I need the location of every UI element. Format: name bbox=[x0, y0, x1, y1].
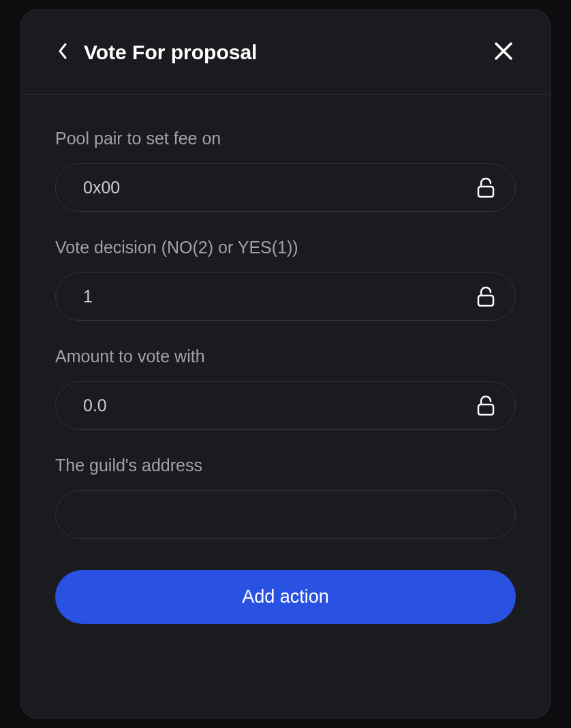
modal-header: Vote For proposal bbox=[21, 10, 550, 95]
close-icon bbox=[494, 42, 513, 63]
input-wrapper bbox=[55, 272, 516, 321]
back-button[interactable] bbox=[55, 40, 70, 64]
vote-proposal-modal: Vote For proposal Pool pair to set fee o… bbox=[20, 10, 551, 718]
chevron-left-icon bbox=[58, 43, 67, 61]
field-label: The guild's address bbox=[55, 456, 516, 475]
field-label: Vote decision (NO(2) or YES(1)) bbox=[55, 238, 516, 257]
field-label: Pool pair to set fee on bbox=[55, 129, 516, 148]
input-wrapper bbox=[55, 490, 516, 539]
guild-address-field: The guild's address bbox=[55, 456, 516, 539]
pool-pair-input[interactable] bbox=[55, 163, 516, 212]
modal-body: Pool pair to set fee on Vote decision (N… bbox=[21, 95, 550, 718]
field-label: Amount to vote with bbox=[55, 347, 516, 366]
modal-title: Vote For proposal bbox=[84, 41, 257, 64]
input-wrapper bbox=[55, 163, 516, 212]
amount-input[interactable] bbox=[55, 381, 516, 430]
pool-pair-field: Pool pair to set fee on bbox=[55, 129, 516, 212]
header-left: Vote For proposal bbox=[55, 40, 257, 64]
vote-decision-input[interactable] bbox=[55, 272, 516, 321]
amount-field: Amount to vote with bbox=[55, 347, 516, 430]
vote-decision-field: Vote decision (NO(2) or YES(1)) bbox=[55, 238, 516, 321]
close-button[interactable] bbox=[491, 39, 516, 65]
add-action-button[interactable]: Add action bbox=[55, 570, 516, 624]
guild-address-input[interactable] bbox=[55, 490, 516, 539]
input-wrapper bbox=[55, 381, 516, 430]
